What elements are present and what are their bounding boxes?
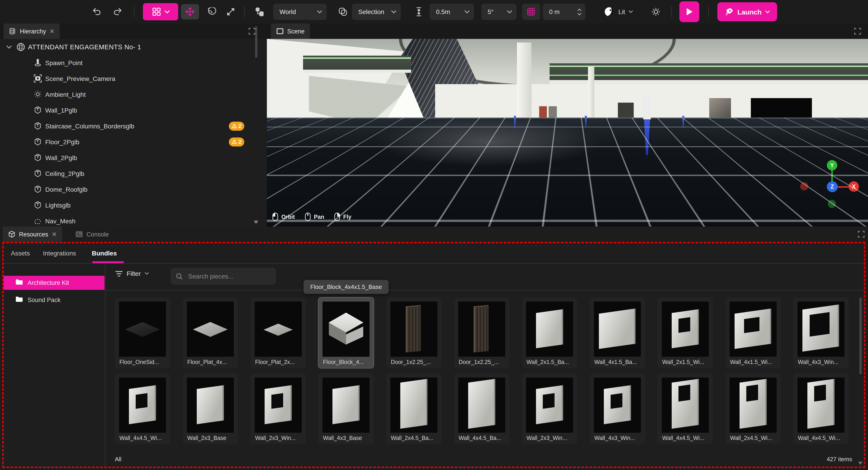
- tab-scene[interactable]: Scene: [271, 24, 310, 39]
- folder-sound-pack[interactable]: Sound Pack: [4, 293, 104, 307]
- asset-tile[interactable]: Floor_Plat_4x...: [183, 297, 238, 368]
- asset-tile[interactable]: Wall_2x3_Base: [183, 373, 238, 444]
- gizmo-y-handle[interactable]: Y: [827, 160, 837, 170]
- asset-tile[interactable]: Door_1x2.25_...: [386, 297, 441, 368]
- expand-panel-icon[interactable]: [854, 28, 861, 35]
- scene-viewport[interactable]: OrbitPanFly Y Z X: [267, 39, 868, 226]
- focus-mode-select[interactable]: Selection: [352, 4, 401, 20]
- asset-tile[interactable]: Wall_4x4.5_Wi...: [658, 373, 713, 444]
- tab-resources-label: Resources: [19, 231, 48, 238]
- view-mode-button[interactable]: [143, 3, 178, 20]
- expand-panel-icon[interactable]: [858, 230, 865, 238]
- mesh-icon: [33, 169, 42, 178]
- asset-tile[interactable]: Wall_2x3_Win...: [522, 373, 577, 444]
- grid-snap-select[interactable]: 0.5m: [430, 4, 474, 20]
- hierarchy-item-scene_preview_camera[interactable]: Scene_Preview_Camera: [0, 70, 267, 86]
- asset-tile-label: Floor_Plat_2x...: [255, 357, 302, 366]
- search-box[interactable]: [170, 268, 276, 285]
- hierarchy-item-floor_2pglb[interactable]: Floor_2Pglb2: [0, 134, 267, 150]
- asset-tile[interactable]: Wall_4x4.5_Wi...: [794, 373, 848, 444]
- asset-tile[interactable]: Wall_2x1.5_Wi...: [658, 297, 713, 368]
- asset-tile-label: Wall_4x4.5_Ba...: [458, 433, 505, 442]
- asset-tile[interactable]: Door_1x2.25_...: [454, 297, 509, 368]
- settings-button[interactable]: [648, 4, 664, 20]
- filter-label: Filter: [127, 270, 141, 277]
- bundle-tab-integrations[interactable]: Integrations: [43, 243, 76, 263]
- asset-tile[interactable]: Wall_4x4.5_Ba...: [454, 373, 509, 444]
- expand-panel-icon[interactable]: [248, 28, 255, 35]
- scene-floor-reflection: [375, 118, 603, 167]
- close-icon[interactable]: [52, 232, 56, 237]
- asset-tile[interactable]: Floor_OneSid...: [115, 297, 170, 368]
- close-icon[interactable]: [50, 29, 54, 33]
- angle-snap-select[interactable]: 5°: [481, 4, 517, 20]
- step-up-icon[interactable]: [577, 8, 582, 11]
- hierarchy-item-ambient_light[interactable]: Ambient_Light: [0, 86, 267, 102]
- asset-tile[interactable]: Floor_Plat_2x...: [251, 297, 306, 368]
- folder-architecture-kit[interactable]: Architecture Kit: [4, 276, 104, 290]
- gizmo-z-handle[interactable]: Z: [827, 181, 838, 192]
- hierarchy-root-row[interactable]: ATTENDANT ENGAGEMENTS No- 1: [0, 39, 267, 55]
- hierarchy-item-staircase_columns_bordersglb[interactable]: Staircase_Columns_Bordersglb2: [0, 118, 267, 134]
- gizmo-negative-x-handle[interactable]: [800, 182, 808, 190]
- play-button[interactable]: [679, 1, 699, 22]
- tab-hierarchy[interactable]: Hierarchy: [4, 24, 60, 39]
- folder-label: Architecture Kit: [28, 279, 69, 286]
- asset-tile-label: Wall_4x3_Win...: [594, 433, 641, 442]
- gizmo-x-handle[interactable]: X: [848, 181, 859, 192]
- tab-resources[interactable]: Resources: [3, 226, 62, 242]
- asset-tile[interactable]: Wall_2x4.5_Wi...: [725, 373, 781, 444]
- hierarchy-item-wall_1pglb[interactable]: Wall_1Pglb: [0, 102, 267, 118]
- asset-tile[interactable]: Wall_4x3_Win...: [794, 297, 848, 368]
- reparent-button[interactable]: [251, 4, 268, 20]
- pieces-scrollbar[interactable]: [859, 297, 862, 374]
- scale-tool-button[interactable]: [222, 4, 239, 20]
- toolbar-divider: [134, 6, 134, 17]
- world-icon: [16, 42, 25, 51]
- asset-tile[interactable]: Wall_4x4.5_Wi...: [115, 373, 170, 444]
- snap-grid-toggle[interactable]: [522, 4, 540, 20]
- asset-tile[interactable]: Wall_2x1.5_Ba...: [522, 297, 577, 368]
- collapse-chevron-icon[interactable]: [6, 44, 12, 50]
- filter-button[interactable]: Filter: [115, 270, 149, 277]
- hierarchy-scrollbar[interactable]: [255, 26, 257, 58]
- hierarchy-item-spawn_point[interactable]: Spawn_Point: [0, 55, 267, 70]
- hierarchy-item-lightsglb[interactable]: Lightsglb: [0, 197, 267, 213]
- launch-button[interactable]: Launch: [717, 2, 777, 21]
- rotate-tool-button[interactable]: [204, 4, 220, 20]
- undo-button[interactable]: [89, 4, 105, 20]
- hierarchy-scroll-down-arrow[interactable]: [254, 221, 258, 224]
- gizmo-negative-y-handle[interactable]: [828, 200, 836, 208]
- tab-console[interactable]: Console: [70, 226, 114, 242]
- undo-icon: [92, 8, 101, 16]
- scene-icon: [276, 28, 284, 34]
- avatar-mannequin[interactable]: [643, 95, 651, 155]
- asset-tile[interactable]: Wall_4x1.5_Ba...: [590, 297, 645, 368]
- asset-tile[interactable]: Wall_4x3_Base: [318, 373, 374, 444]
- coordinate-space-select[interactable]: World: [273, 4, 327, 20]
- orientation-gizmo: Y Z X: [800, 160, 863, 210]
- asset-thumbnail: [322, 302, 370, 357]
- render-mode-select[interactable]: Lit: [599, 4, 638, 20]
- asset-tile[interactable]: Floor_Block_4...: [318, 297, 374, 368]
- chevron-down-icon: [391, 10, 396, 13]
- search-input[interactable]: [187, 272, 264, 280]
- asset-tile[interactable]: Wall_2x3_Win...: [251, 373, 306, 444]
- vertical-snap-button[interactable]: [411, 4, 427, 20]
- bundle-tab-assets[interactable]: Assets: [11, 243, 30, 263]
- asset-tile[interactable]: Wall_4x1.5_Wi...: [725, 297, 781, 368]
- move-tool-button[interactable]: [181, 4, 199, 20]
- hierarchy-item-nav_mesh[interactable]: Nav_Mesh: [0, 213, 267, 226]
- hierarchy-item-ceiling_2pglb[interactable]: Ceiling_2Pglb: [0, 165, 267, 181]
- asset-tile-label: Floor_Plat_4x...: [187, 357, 234, 366]
- asset-tile[interactable]: Wall_2x4.5_Ba...: [386, 373, 441, 444]
- top-toolbar: World Selection 0.5m 5° 0 m: [0, 0, 868, 24]
- height-stepper[interactable]: 0 m: [543, 4, 585, 20]
- bundle-tab-bundles[interactable]: Bundles: [92, 243, 117, 263]
- hierarchy-item-dome_roofglb[interactable]: Dome_Roofglb: [0, 181, 267, 197]
- pivot-mode-button[interactable]: [335, 4, 351, 20]
- hierarchy-item-wall_2pglb[interactable]: Wall_2Pglb: [0, 150, 267, 165]
- redo-button[interactable]: [110, 4, 126, 20]
- asset-tile[interactable]: Wall_4x3_Win...: [590, 373, 645, 444]
- step-down-icon[interactable]: [577, 12, 582, 15]
